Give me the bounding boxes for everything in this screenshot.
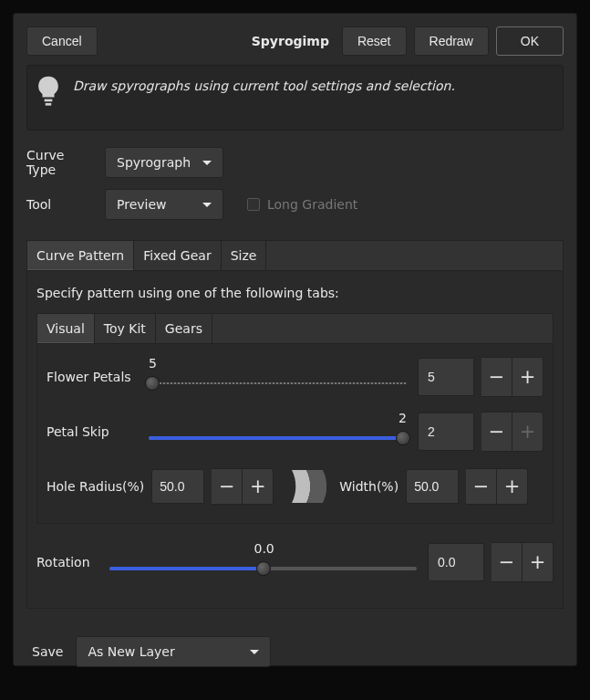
hole-radius-input[interactable]: [151, 469, 204, 504]
minus-button[interactable]: −: [212, 468, 243, 505]
curve-pattern-panel: Specify pattern using one of the followi…: [26, 271, 564, 609]
petal-skip-slider-value: 2: [399, 411, 407, 425]
plus-button[interactable]: +: [512, 357, 543, 397]
dialog-title: Spyrogimp: [105, 34, 335, 48]
long-gradient-check[interactable]: Long Gradient: [247, 197, 357, 212]
petal-skip-spinner: − +: [481, 412, 543, 452]
rotation-slider-value: 0.0: [254, 541, 274, 556]
tab-curve-pattern[interactable]: Curve Pattern: [27, 241, 134, 270]
curve-type-row: Curve Type Spyrograph: [26, 147, 564, 178]
long-gradient-label: Long Gradient: [267, 197, 357, 212]
rotation-input[interactable]: [428, 543, 484, 581]
save-dropdown[interactable]: As New Layer: [76, 636, 271, 667]
chevron-down-icon: [250, 650, 259, 654]
minus-button[interactable]: −: [492, 542, 523, 582]
slider-thumb[interactable]: [396, 431, 410, 445]
reset-button[interactable]: Reset: [342, 26, 407, 56]
chevron-down-icon: [202, 203, 212, 207]
hole-radius-label: Hole Radius(%): [47, 479, 144, 494]
minus-button[interactable]: −: [466, 468, 497, 505]
rotation-slider[interactable]: 0.0: [106, 545, 420, 580]
tool-row: Tool Preview Long Gradient: [26, 189, 564, 220]
curve-type-value: Spyrograph: [117, 155, 191, 170]
hint-text: Draw spyrographs using current tool sett…: [73, 75, 455, 93]
plus-button[interactable]: +: [243, 468, 274, 505]
slider-thumb[interactable]: [256, 561, 271, 576]
ok-button[interactable]: OK: [496, 26, 564, 56]
slider-thumb[interactable]: [145, 376, 160, 391]
plus-button[interactable]: +: [512, 412, 543, 452]
minus-button[interactable]: −: [481, 412, 512, 452]
hole-radius-spinner: − +: [212, 468, 274, 505]
petal-skip-input[interactable]: [418, 413, 474, 451]
rotation-label: Rotation: [36, 555, 98, 569]
tool-label: Tool: [26, 197, 96, 212]
flower-petals-input[interactable]: [418, 358, 474, 396]
tab-toy-kit[interactable]: Toy Kit: [95, 314, 156, 343]
hole-width-row: Hole Radius(%) − + Width(%) − +: [47, 466, 543, 507]
rotation-spinner: − +: [492, 542, 554, 582]
lightbulb-icon: [36, 75, 60, 110]
slider-fill: [109, 567, 267, 570]
save-value: As New Layer: [88, 644, 174, 659]
tool-dropdown[interactable]: Preview: [105, 189, 223, 220]
tab-fixed-gear[interactable]: Fixed Gear: [134, 241, 222, 270]
redraw-button[interactable]: Redraw: [414, 26, 489, 56]
rotation-row: Rotation 0.0 − +: [36, 542, 554, 591]
flower-petals-slider[interactable]: 5: [145, 360, 410, 394]
plus-button[interactable]: +: [497, 468, 528, 505]
long-gradient-checkbox[interactable]: [247, 198, 260, 211]
arc-preview-icon: [286, 468, 326, 505]
svg-rect-1: [46, 103, 52, 106]
petal-skip-slider[interactable]: 2: [145, 414, 410, 449]
spyrogimp-dialog: Cancel Spyrogimp Reset Redraw OK Draw sp…: [13, 13, 577, 666]
cancel-button[interactable]: Cancel: [26, 26, 98, 56]
header-bar: Cancel Spyrogimp Reset Redraw OK: [26, 26, 564, 56]
hint-box: Draw spyrographs using current tool sett…: [26, 65, 564, 131]
svg-rect-0: [45, 99, 53, 102]
slider-track: [149, 382, 407, 384]
tab-size[interactable]: Size: [222, 241, 267, 270]
slider-fill: [149, 436, 407, 440]
pattern-intro: Specify pattern using one of the followi…: [36, 286, 554, 300]
minus-button[interactable]: −: [481, 357, 512, 397]
flower-petals-slider-value: 5: [149, 356, 157, 371]
curve-type-dropdown[interactable]: Spyrograph: [105, 147, 223, 178]
petal-skip-label: Petal Skip: [47, 424, 138, 439]
visual-panel: Flower Petals 5 − + Petal Skip 2: [36, 344, 554, 524]
main-tabs: Curve Pattern Fixed Gear Size: [26, 240, 564, 271]
tool-value: Preview: [117, 197, 167, 212]
width-spinner: − +: [466, 468, 528, 505]
curve-type-label: Curve Type: [26, 148, 96, 177]
flower-petals-spinner: − +: [481, 357, 543, 397]
inner-tabs: Visual Toy Kit Gears: [36, 313, 554, 344]
chevron-down-icon: [202, 161, 212, 165]
width-label: Width(%): [339, 479, 399, 494]
save-label: Save: [32, 644, 63, 659]
petal-skip-row: Petal Skip 2 − +: [47, 412, 543, 452]
tab-visual[interactable]: Visual: [37, 314, 95, 343]
width-input[interactable]: [406, 469, 459, 504]
save-row: Save As New Layer: [26, 636, 564, 667]
flower-petals-row: Flower Petals 5 − +: [47, 357, 543, 397]
plus-button[interactable]: +: [523, 542, 554, 582]
flower-petals-label: Flower Petals: [47, 370, 138, 384]
tab-gears[interactable]: Gears: [156, 314, 212, 343]
